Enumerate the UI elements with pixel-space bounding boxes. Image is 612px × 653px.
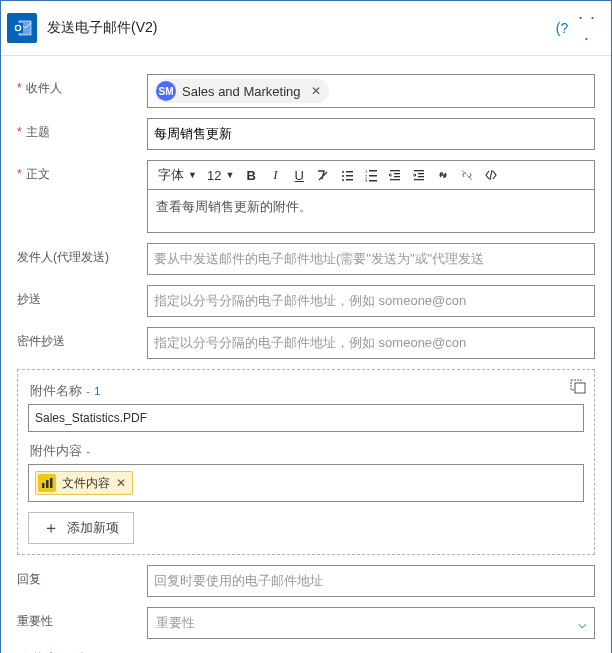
svg-rect-16 [390, 170, 400, 171]
attach-name-header: 附件名称 - 1 [30, 382, 584, 400]
chevron-down-icon: ⌵ [578, 615, 586, 631]
attachments-section: 附件名称 - 1 Sales_Statistics.PDF 附件内容 - 文件内… [17, 369, 595, 555]
outdent-button[interactable] [384, 164, 406, 186]
svg-rect-5 [346, 171, 353, 173]
svg-rect-15 [369, 180, 377, 182]
outlook-icon [7, 13, 37, 43]
svg-rect-25 [575, 383, 585, 393]
importance-select[interactable]: 重要性 ⌵ [147, 607, 595, 639]
card-body: 收件人 SM Sales and Marketing ✕ 主题 正 [1, 56, 611, 653]
switch-mode-icon[interactable] [570, 378, 586, 394]
subject-input[interactable] [154, 127, 588, 142]
svg-rect-27 [46, 480, 49, 488]
more-menu-icon[interactable]: · · · [573, 7, 601, 49]
svg-text:3: 3 [365, 178, 368, 182]
font-size-select[interactable]: 12▼ [203, 166, 238, 185]
recipient-chip[interactable]: SM Sales and Marketing ✕ [154, 79, 329, 103]
svg-rect-9 [346, 179, 353, 181]
unlink-button[interactable] [456, 164, 478, 186]
email-action-card: 发送电子邮件(V2) (? · · · 收件人 SM Sales and Mar… [0, 0, 612, 653]
svg-point-8 [342, 179, 344, 181]
font-select[interactable]: 字体▼ [154, 164, 201, 186]
svg-rect-13 [369, 175, 377, 177]
indent-button[interactable] [408, 164, 430, 186]
powerbi-icon [38, 474, 56, 492]
add-item-button[interactable]: ＋ 添加新项 [28, 512, 134, 544]
code-view-button[interactable] [480, 164, 502, 186]
svg-rect-28 [50, 478, 53, 488]
recipient-name: Sales and Marketing [182, 84, 301, 99]
format-clear-button[interactable] [312, 164, 334, 186]
bullet-list-button[interactable] [336, 164, 358, 186]
label-importance: 重要性 [17, 607, 147, 630]
svg-rect-26 [42, 483, 45, 488]
label-from: 发件人(代理发送) [17, 243, 147, 266]
italic-button[interactable]: I [264, 164, 286, 186]
bcc-field[interactable]: 指定以分号分隔的电子邮件地址，例如 someone@con [147, 327, 595, 359]
link-button[interactable] [432, 164, 454, 186]
svg-rect-22 [418, 176, 424, 177]
card-title: 发送电子邮件(V2) [47, 19, 551, 37]
card-header: 发送电子邮件(V2) (? · · · [1, 1, 611, 56]
to-field[interactable]: SM Sales and Marketing ✕ [147, 74, 595, 108]
bold-button[interactable]: B [240, 164, 262, 186]
label-bcc: 密件抄送 [17, 327, 147, 350]
label-body: 正文 [17, 160, 147, 183]
body-editor[interactable]: 查看每周销售更新的附件。 [147, 189, 595, 233]
plus-icon: ＋ [43, 520, 59, 536]
svg-rect-7 [346, 175, 353, 177]
svg-rect-20 [414, 170, 424, 171]
token-label: 文件内容 [62, 475, 110, 492]
svg-rect-23 [414, 179, 424, 180]
underline-button[interactable]: U [288, 164, 310, 186]
avatar: SM [156, 81, 176, 101]
label-reply: 回复 [17, 565, 147, 588]
svg-rect-11 [369, 170, 377, 172]
svg-rect-17 [394, 173, 400, 174]
cc-field[interactable]: 指定以分号分隔的电子邮件地址，例如 someone@con [147, 285, 595, 317]
remove-chip-icon[interactable]: ✕ [311, 84, 321, 98]
number-list-button[interactable]: 123 [360, 164, 382, 186]
attach-content-header: 附件内容 - [30, 442, 584, 460]
file-content-token[interactable]: 文件内容 ✕ [35, 471, 133, 495]
svg-rect-2 [13, 23, 23, 33]
attach-filename-field[interactable]: Sales_Statistics.PDF [28, 404, 584, 432]
label-cc: 抄送 [17, 285, 147, 308]
svg-point-6 [342, 175, 344, 177]
help-icon[interactable]: (? [551, 20, 573, 36]
svg-rect-21 [418, 173, 424, 174]
remove-token-icon[interactable]: ✕ [116, 476, 126, 490]
from-field[interactable]: 要从中发送邮件的电子邮件地址(需要"发送为"或"代理发送 [147, 243, 595, 275]
subject-field[interactable] [147, 118, 595, 150]
svg-rect-19 [390, 179, 400, 180]
attach-content-field[interactable]: 文件内容 ✕ [28, 464, 584, 502]
svg-point-4 [342, 171, 344, 173]
svg-rect-18 [394, 176, 400, 177]
reply-field[interactable]: 回复时要使用的电子邮件地址 [147, 565, 595, 597]
label-to: 收件人 [17, 74, 147, 97]
label-subject: 主题 [17, 118, 147, 141]
rte-toolbar: 字体▼ 12▼ B I U 123 [147, 160, 595, 189]
